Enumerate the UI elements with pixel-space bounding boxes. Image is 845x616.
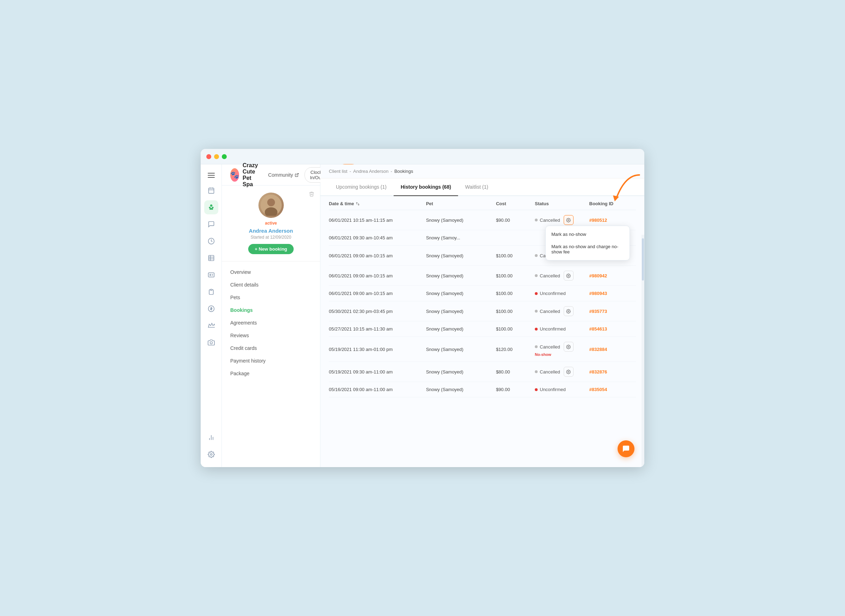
- close-button[interactable]: [206, 154, 211, 159]
- context-menu-item-no-show[interactable]: Mark as no-show: [546, 228, 629, 241]
- td-booking-id-8[interactable]: #832876: [590, 369, 636, 374]
- td-cost-3: $100.00: [496, 273, 535, 279]
- svg-line-17: [296, 173, 299, 175]
- td-booking-id-9[interactable]: #835054: [590, 387, 636, 392]
- sidebar-item-barchart[interactable]: [204, 431, 218, 444]
- side-nav: Overview Client details Pets Bookings Ag…: [222, 261, 320, 467]
- td-datetime-7: 05/19/2021 11:30 am-01:00 pm: [329, 347, 426, 352]
- status-text-7: Cancelled: [540, 344, 560, 349]
- svg-point-10: [210, 274, 211, 275]
- status-text-8: Cancelled: [540, 369, 560, 374]
- svg-point-16: [210, 454, 212, 456]
- td-datetime-0: 06/01/2021 10:15 am-11:15 am: [329, 217, 426, 223]
- td-booking-id-5[interactable]: #935773: [590, 309, 636, 314]
- status-dot-3: [535, 274, 538, 277]
- table-row: 05/16/2021 09:00 am-11:00 am Snowy (Samo…: [329, 382, 636, 397]
- context-menu-item-no-show-charge[interactable]: Mark as no-show and charge no-show fee: [546, 241, 629, 258]
- new-booking-button[interactable]: + New booking: [248, 244, 293, 254]
- th-booking-id: Booking ID: [590, 201, 636, 206]
- td-datetime-9: 05/16/2021 09:00 am-11:00 am: [329, 387, 426, 392]
- td-booking-id-0[interactable]: #980512: [590, 217, 636, 223]
- td-cost-9: $90.00: [496, 387, 535, 392]
- brand-logo: 🐾: [230, 168, 239, 182]
- tabs-bar: Upcoming bookings (1) History bookings (…: [320, 179, 644, 196]
- status-text-4: Unconfirmed: [540, 291, 566, 296]
- nav-item-package[interactable]: Package: [222, 367, 320, 380]
- sort-icon[interactable]: [356, 202, 360, 206]
- sidebar-item-settings[interactable]: [204, 447, 218, 462]
- sidebar-icons: [201, 164, 222, 467]
- nav-item-payment-history[interactable]: Payment history: [222, 355, 320, 367]
- nav-item-overview[interactable]: Overview: [222, 266, 320, 279]
- svg-point-12: [210, 342, 212, 344]
- table-row: 06/01/2021 09:00 am-10:15 am Snowy (Samo…: [329, 266, 636, 286]
- td-datetime-4: 06/01/2021 09:00 am-10:15 am: [329, 291, 426, 296]
- svg-rect-5: [208, 255, 214, 261]
- maximize-button[interactable]: [222, 154, 227, 159]
- td-cost-8: $80.00: [496, 369, 535, 374]
- settings-button-0[interactable]: [564, 215, 574, 225]
- td-pet-1: Snowy (Samoy...: [426, 235, 496, 241]
- settings-button-8[interactable]: [564, 367, 574, 377]
- breadcrumb-sep2: -: [391, 169, 392, 174]
- td-status-5: Cancelled: [535, 306, 590, 316]
- status-text-9: Unconfirmed: [540, 387, 566, 392]
- td-datetime-6: 05/27/2021 10:15 am-11:30 am: [329, 326, 426, 331]
- nav-item-agreements[interactable]: Agreements: [222, 317, 320, 329]
- minimize-button[interactable]: [214, 154, 219, 159]
- sidebar-item-chat[interactable]: [204, 217, 218, 231]
- external-link-icon: [295, 173, 299, 177]
- breadcrumb-sep1: -: [350, 169, 351, 174]
- scrollbar-track[interactable]: [641, 235, 644, 467]
- nav-item-reviews[interactable]: Reviews: [222, 329, 320, 342]
- sidebar-item-calendar[interactable]: [204, 183, 218, 198]
- td-booking-id-4[interactable]: #980943: [590, 291, 636, 296]
- sidebar-item-dollar[interactable]: [204, 302, 218, 316]
- nav-item-pets[interactable]: Pets: [222, 291, 320, 304]
- table-row: 06/01/2021 09:00 am-10:15 am Snowy (Samo…: [329, 286, 636, 301]
- delete-client-icon[interactable]: [309, 191, 314, 198]
- sidebar-item-receipt[interactable]: [204, 285, 218, 299]
- nav-item-bookings[interactable]: Bookings: [222, 304, 320, 317]
- sidebar-item-id[interactable]: [204, 268, 218, 282]
- th-status: Status: [535, 201, 590, 206]
- profile-name[interactable]: Andrea Anderson: [229, 228, 313, 234]
- settings-button-3[interactable]: [564, 271, 574, 280]
- main-area: Client list - Andrea Anderson - Bookings…: [320, 164, 644, 467]
- td-pet-2: Snowy (Samoyed): [426, 253, 496, 258]
- profile-section: active Andrea Anderson Started at 12/09/…: [222, 185, 320, 261]
- status-text-6: Unconfirmed: [540, 326, 566, 331]
- svg-point-25: [568, 275, 569, 276]
- breadcrumb-client-list[interactable]: Client list: [329, 169, 348, 174]
- sidebar-item-clock[interactable]: [204, 234, 218, 248]
- sidebar-item-camera[interactable]: [204, 336, 218, 349]
- settings-button-7[interactable]: [564, 342, 574, 352]
- tab-waitlist[interactable]: Waitlist (1): [458, 179, 495, 196]
- table-row: 06/01/2021 10:15 am-11:15 am Snowy (Samo…: [329, 210, 636, 230]
- td-booking-id-7[interactable]: #832884: [590, 347, 636, 352]
- scrollbar-thumb[interactable]: [642, 238, 644, 280]
- sidebar-item-pets[interactable]: [204, 200, 218, 214]
- svg-point-20: [267, 198, 275, 206]
- td-datetime-2: 06/01/2021 09:00 am-10:15 am: [329, 253, 426, 258]
- chat-bubble-button[interactable]: [618, 440, 634, 457]
- td-pet-0: Snowy (Samoyed): [426, 217, 496, 223]
- td-booking-id-6[interactable]: #854613: [590, 326, 636, 331]
- hamburger-menu[interactable]: [205, 170, 217, 180]
- sidebar-item-table[interactable]: [204, 251, 218, 265]
- nav-item-credit-cards[interactable]: Credit cards: [222, 342, 320, 355]
- tab-upcoming[interactable]: Upcoming bookings (1): [329, 179, 394, 196]
- brand-name: Crazy Cute Pet Spa: [243, 162, 263, 188]
- td-pet-9: Snowy (Samoyed): [426, 387, 496, 392]
- nav-item-client-details[interactable]: Client details: [222, 279, 320, 291]
- td-pet-5: Snowy (Samoyed): [426, 309, 496, 314]
- td-booking-id-3[interactable]: #980942: [590, 273, 636, 279]
- settings-button-5[interactable]: [564, 306, 574, 316]
- td-status-8: Cancelled: [535, 367, 590, 377]
- brand: 🐾 Crazy Cute Pet Spa: [230, 162, 263, 188]
- sidebar-item-crown[interactable]: [204, 318, 218, 333]
- tab-history[interactable]: History bookings (68): [394, 179, 458, 196]
- community-link[interactable]: Community: [268, 172, 299, 178]
- status-text-3: Cancelled: [540, 273, 560, 279]
- breadcrumb-person[interactable]: Andrea Anderson: [353, 169, 388, 174]
